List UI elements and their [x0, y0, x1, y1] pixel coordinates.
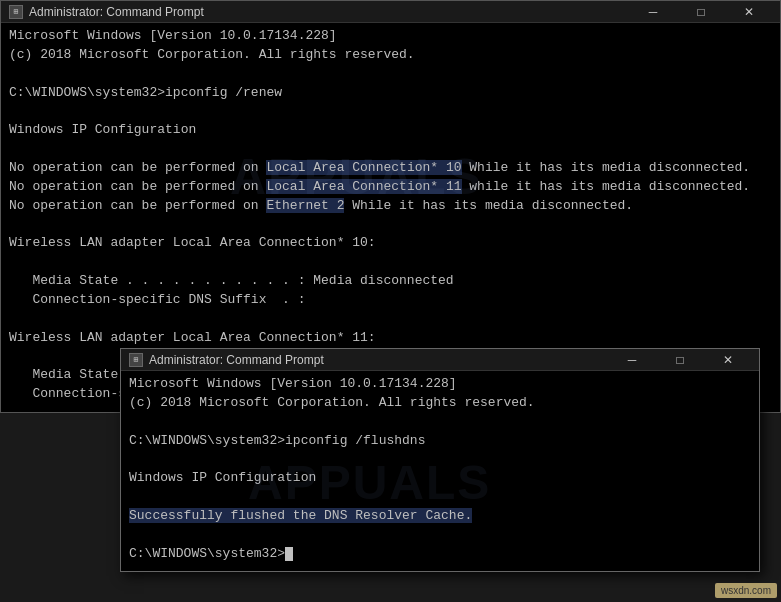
flushed-highlight: Successfully flushed the DNS Resolver Ca…: [129, 508, 472, 523]
wsxdn-badge: wsxdn.com: [715, 583, 777, 598]
cmd-title-bottom: Administrator: Command Prompt: [149, 353, 603, 367]
cmd-title-top: Administrator: Command Prompt: [29, 5, 624, 19]
bot-line-5: Windows IP Configuration: [129, 469, 751, 488]
line-14: Connection-specific DNS Suffix . :: [9, 291, 772, 310]
line-13: Media State . . . . . . . . . . . : Medi…: [9, 272, 772, 291]
line-11: Wireless LAN adapter Local Area Connecti…: [9, 234, 772, 253]
cmd-titlebar-top: ⊞ Administrator: Command Prompt ─ □ ✕: [1, 1, 780, 23]
bot-line-6: [129, 488, 751, 507]
line-0: Microsoft Windows [Version 10.0.17134.22…: [9, 27, 772, 46]
bot-line-7: Successfully flushed the DNS Resolver Ca…: [129, 507, 751, 526]
minimize-button-top[interactable]: ─: [630, 1, 676, 23]
bot-line-8: [129, 526, 751, 545]
line-6: [9, 140, 772, 159]
close-button-bottom[interactable]: ✕: [705, 349, 751, 371]
line-9: No operation can be performed on Etherne…: [9, 197, 772, 216]
line-1: (c) 2018 Microsoft Corporation. All righ…: [9, 46, 772, 65]
cmd-icon-bottom: ⊞: [129, 353, 143, 367]
cmd-titlebar-buttons-bottom: ─ □ ✕: [609, 349, 751, 371]
line-12: [9, 253, 772, 272]
cmd-window-bottom: ⊞ Administrator: Command Prompt ─ □ ✕ Mi…: [120, 348, 760, 572]
line-10: [9, 215, 772, 234]
line-4: [9, 102, 772, 121]
maximize-button-bottom[interactable]: □: [657, 349, 703, 371]
bot-line-2: [129, 413, 751, 432]
line-7: No operation can be performed on Local A…: [9, 159, 772, 178]
minimize-button-bottom[interactable]: ─: [609, 349, 655, 371]
bot-line-1: (c) 2018 Microsoft Corporation. All righ…: [129, 394, 751, 413]
line-2: [9, 65, 772, 84]
cmd-content-bottom: Microsoft Windows [Version 10.0.17134.22…: [121, 371, 759, 571]
line-5: Windows IP Configuration: [9, 121, 772, 140]
bot-line-3: C:\WINDOWS\system32>ipconfig /flushdns: [129, 432, 751, 451]
bot-line-9: C:\WINDOWS\system32>: [129, 545, 751, 564]
line-16: Wireless LAN adapter Local Area Connecti…: [9, 329, 772, 348]
bot-line-4: [129, 450, 751, 469]
maximize-button-top[interactable]: □: [678, 1, 724, 23]
line-15: [9, 310, 772, 329]
line-3: C:\WINDOWS\system32>ipconfig /renew: [9, 84, 772, 103]
cmd-icon-top: ⊞: [9, 5, 23, 19]
bot-line-0: Microsoft Windows [Version 10.0.17134.22…: [129, 375, 751, 394]
cmd-titlebar-bottom: ⊞ Administrator: Command Prompt ─ □ ✕: [121, 349, 759, 371]
cmd-titlebar-buttons-top: ─ □ ✕: [630, 1, 772, 23]
cursor: [285, 547, 293, 561]
close-button-top[interactable]: ✕: [726, 1, 772, 23]
line-8: No operation can be performed on Local A…: [9, 178, 772, 197]
